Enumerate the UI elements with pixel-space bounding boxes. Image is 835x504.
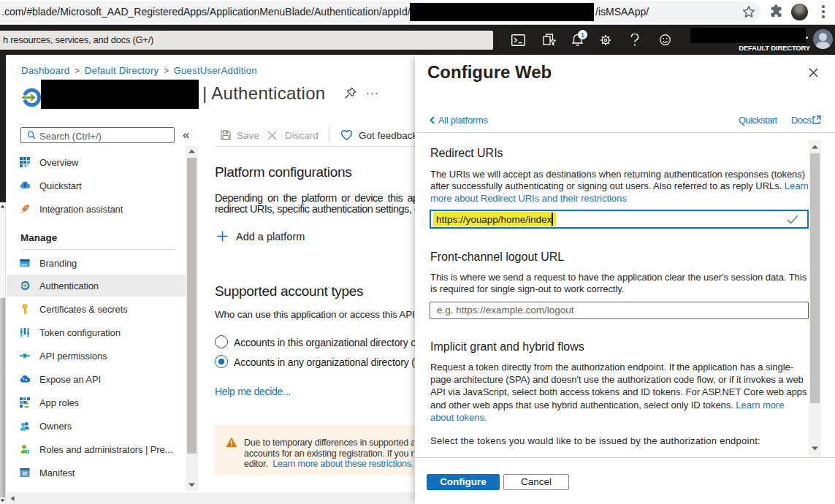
svg-text:(): () — [23, 472, 27, 476]
svg-text:ww: ww — [20, 262, 27, 267]
